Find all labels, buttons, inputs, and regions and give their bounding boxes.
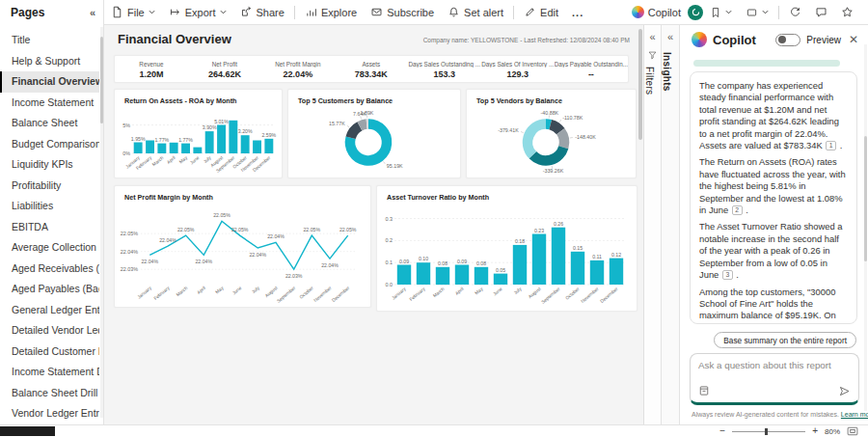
sidebar-item[interactable]: Title bbox=[0, 30, 99, 51]
svg-text:1.77%: 1.77% bbox=[178, 137, 193, 143]
insights-rail-label[interactable]: Insights bbox=[662, 52, 672, 92]
more-options-button[interactable]: ... bbox=[565, 0, 590, 25]
svg-text:22.04%: 22.04% bbox=[195, 259, 212, 264]
npm-line-chart[interactable]: 22.03%22.04%22.05%22.04%January22.04%Feb… bbox=[115, 203, 370, 305]
zoom-slider[interactable] bbox=[732, 431, 805, 432]
file-label: File bbox=[127, 7, 145, 18]
svg-text:April: April bbox=[196, 286, 206, 295]
comments-button[interactable] bbox=[808, 0, 834, 25]
roa-bar-chart[interactable]: 0%5%1.95%JanuaryFebruary1.77%MarchApril1… bbox=[115, 106, 282, 174]
sidebar-item[interactable]: Aged Receivables (Bac... bbox=[0, 259, 99, 280]
sidebar-item[interactable]: Balance Sheet bbox=[0, 113, 99, 134]
zoom-slider-thumb[interactable] bbox=[765, 428, 768, 435]
citation-chip[interactable]: 3 bbox=[722, 270, 733, 280]
favorite-button[interactable] bbox=[834, 0, 860, 25]
copilot-paragraphs: The company has experienced steady finan… bbox=[699, 80, 848, 324]
sidebar-item[interactable]: EBITDA bbox=[0, 217, 99, 238]
file-button[interactable]: File bbox=[104, 0, 162, 25]
learn-more-link[interactable]: Learn more bbox=[841, 411, 868, 418]
customers-donut-chart[interactable]: 95.19K15.77K7.64K1.89K bbox=[288, 106, 460, 175]
share-label: Share bbox=[257, 7, 285, 18]
report-canvas: Financial Overview Company name: YELLOWS… bbox=[104, 25, 644, 424]
svg-text:December: December bbox=[331, 286, 350, 303]
set-alert-button[interactable]: Set alert bbox=[441, 0, 510, 25]
sidebar-item[interactable]: Vendor Ledger Entries ... bbox=[0, 403, 99, 424]
sidebar-item[interactable]: Detailed Vendor Ledge... bbox=[0, 320, 99, 341]
share-icon bbox=[240, 6, 253, 18]
pages-title: Pages bbox=[11, 6, 44, 19]
svg-text:0.11: 0.11 bbox=[592, 254, 602, 259]
copilot-paragraph: Among the top customers, "30000 School o… bbox=[699, 287, 848, 325]
sidebar-item[interactable]: Balance Sheet Drill Thr... bbox=[0, 383, 99, 404]
sidebar-item[interactable]: General Ledger Entries bbox=[0, 300, 99, 321]
svg-text:0.09: 0.09 bbox=[399, 259, 409, 264]
prompt-guide-icon[interactable] bbox=[698, 385, 710, 396]
sidebar-item[interactable]: Liabilities bbox=[0, 196, 99, 217]
zoom-out-button[interactable]: − bbox=[719, 426, 725, 436]
file-icon bbox=[111, 6, 123, 18]
toolbar-divider bbox=[513, 6, 514, 19]
zoom-in-button[interactable]: + bbox=[812, 426, 818, 436]
svg-text:July: July bbox=[513, 287, 523, 296]
toolbar-right-group: Copilot bbox=[625, 0, 868, 25]
sidebar-item[interactable]: Financial Overview bbox=[0, 71, 99, 93]
svg-text:September: September bbox=[540, 287, 560, 305]
insights-rail: « Insights bbox=[662, 25, 680, 424]
copilot-toolbar-button[interactable]: Copilot bbox=[625, 0, 688, 25]
copilot-scrollbar[interactable] bbox=[864, 44, 867, 411]
edit-button[interactable]: Edit bbox=[517, 0, 565, 25]
svg-text:0.09: 0.09 bbox=[457, 259, 467, 264]
kpi-item: Net Profit264.62K bbox=[188, 60, 261, 79]
send-icon[interactable] bbox=[838, 385, 851, 397]
sidebar-item[interactable]: Help & Support bbox=[0, 51, 99, 72]
svg-text:2.59%: 2.59% bbox=[261, 132, 276, 138]
fit-to-page-icon[interactable] bbox=[847, 426, 858, 436]
copilot-question-input[interactable] bbox=[698, 360, 851, 385]
sidebar-scrollbar[interactable] bbox=[100, 27, 103, 418]
sidebar-item[interactable]: Profitability bbox=[0, 176, 99, 197]
chevron-down-icon bbox=[762, 10, 769, 14]
copilot-toolbar-label: Copilot bbox=[648, 7, 681, 18]
svg-text:May: May bbox=[214, 286, 225, 295]
chevron-down-icon bbox=[220, 10, 227, 14]
filters-rail: « Filters bbox=[644, 25, 662, 424]
refresh-button[interactable] bbox=[782, 0, 808, 25]
base-summary-button[interactable]: Base summary on the entire report bbox=[714, 332, 856, 348]
subscribe-button[interactable]: Subscribe bbox=[364, 0, 441, 25]
collapse-pages-icon[interactable]: « bbox=[90, 7, 95, 18]
svg-text:0.08: 0.08 bbox=[438, 260, 448, 266]
kpi-value: 264.62K bbox=[188, 69, 261, 79]
export-button[interactable]: Export bbox=[162, 0, 233, 25]
sidebar-item[interactable]: Budget Comparison bbox=[0, 134, 99, 155]
sidebar-item[interactable]: Detailed Customer Led... bbox=[0, 341, 99, 363]
subscribe-icon bbox=[370, 6, 383, 18]
sidebar-scrollbar-thumb[interactable] bbox=[100, 37, 103, 123]
copilot-scrollbar-thumb[interactable] bbox=[864, 136, 867, 261]
sidebar-item[interactable]: Average Collection Per... bbox=[0, 237, 99, 259]
canvas-scrollbar-thumb[interactable] bbox=[638, 29, 642, 140]
expand-filters-icon[interactable]: « bbox=[644, 31, 661, 42]
close-copilot-icon[interactable]: ✕ bbox=[847, 33, 860, 46]
canvas-scrollbar[interactable] bbox=[638, 27, 642, 423]
share-button[interactable]: Share bbox=[233, 0, 291, 25]
kpi-value: 22.04% bbox=[261, 69, 335, 79]
sidebar-item[interactable]: Income Statement Drill... bbox=[0, 362, 99, 383]
sidebar-item[interactable]: Liquidity KPIs bbox=[0, 154, 99, 176]
sidebar-item[interactable]: Aged Payables (Back D... bbox=[0, 279, 99, 300]
svg-text:0.05: 0.05 bbox=[496, 267, 505, 273]
copilot-preview-toggle[interactable] bbox=[775, 34, 800, 46]
chart-title: Asset Turnover Ratio by Month bbox=[377, 186, 637, 202]
view-button[interactable] bbox=[739, 0, 775, 25]
svg-text:3.20%: 3.20% bbox=[238, 128, 253, 134]
expand-insights-icon[interactable]: « bbox=[662, 31, 679, 42]
vendors-donut-chart[interactable]: -40.88K-110.78K-148.40K-339.26K-379.41K bbox=[467, 106, 636, 175]
citation-chip[interactable]: 1 bbox=[826, 141, 836, 150]
atr-bar-chart[interactable]: 0.00.10.20.30.09January0.10February0.08M… bbox=[377, 203, 637, 309]
svg-text:May: May bbox=[178, 155, 189, 165]
app-avatar[interactable] bbox=[688, 5, 703, 20]
filters-rail-label[interactable]: Filters bbox=[644, 67, 655, 95]
citation-chip[interactable]: 2 bbox=[732, 205, 743, 215]
explore-button[interactable]: Explore bbox=[298, 0, 364, 25]
sidebar-item[interactable]: Income Statement bbox=[0, 93, 99, 114]
bookmarks-button[interactable] bbox=[703, 0, 739, 25]
